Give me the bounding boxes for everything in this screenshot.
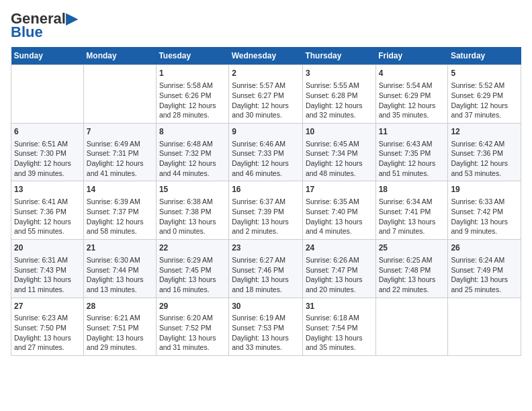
- day-number: 18: [379, 184, 445, 195]
- day-info: Sunrise: 5:57 AM Sunset: 6:27 PM Dayligh…: [232, 81, 300, 120]
- calendar-cell: 17Sunrise: 6:35 AM Sunset: 7:40 PM Dayli…: [302, 181, 375, 240]
- week-row-5: 27Sunrise: 6:23 AM Sunset: 7:50 PM Dayli…: [11, 298, 521, 356]
- calendar-cell: 15Sunrise: 6:38 AM Sunset: 7:38 PM Dayli…: [156, 181, 228, 240]
- calendar-cell: 8Sunrise: 6:48 AM Sunset: 7:32 PM Daylig…: [156, 123, 228, 181]
- calendar-cell: 18Sunrise: 6:34 AM Sunset: 7:41 PM Dayli…: [375, 181, 448, 240]
- calendar-table: SundayMondayTuesdayWednesdayThursdayFrid…: [11, 47, 521, 356]
- day-info: Sunrise: 6:21 AM Sunset: 7:51 PM Dayligh…: [87, 313, 153, 353]
- day-info: Sunrise: 6:38 AM Sunset: 7:38 PM Dayligh…: [159, 197, 226, 236]
- day-number: 13: [14, 184, 81, 195]
- day-info: Sunrise: 6:35 AM Sunset: 7:40 PM Dayligh…: [306, 197, 373, 236]
- calendar-cell: [375, 298, 448, 356]
- week-row-1: 1Sunrise: 5:58 AM Sunset: 6:26 PM Daylig…: [11, 65, 521, 124]
- calendar-cell: 31Sunrise: 6:18 AM Sunset: 7:54 PM Dayli…: [302, 298, 375, 356]
- day-number: 19: [451, 184, 518, 195]
- day-info: Sunrise: 6:45 AM Sunset: 7:34 PM Dayligh…: [306, 139, 373, 179]
- calendar-cell: 30Sunrise: 6:19 AM Sunset: 7:53 PM Dayli…: [229, 298, 303, 356]
- calendar-cell: 16Sunrise: 6:37 AM Sunset: 7:39 PM Dayli…: [229, 181, 303, 240]
- calendar-cell: [448, 298, 521, 356]
- day-info: Sunrise: 6:20 AM Sunset: 7:52 PM Dayligh…: [159, 313, 226, 353]
- calendar-cell: 22Sunrise: 6:29 AM Sunset: 7:45 PM Dayli…: [156, 240, 228, 298]
- day-info: Sunrise: 5:52 AM Sunset: 6:29 PM Dayligh…: [451, 81, 518, 120]
- day-number: 17: [306, 184, 373, 195]
- day-number: 20: [14, 242, 81, 254]
- calendar-cell: 13Sunrise: 6:41 AM Sunset: 7:36 PM Dayli…: [11, 181, 84, 240]
- column-header-sunday: Sunday: [11, 47, 84, 65]
- day-number: 22: [159, 242, 226, 254]
- column-header-saturday: Saturday: [448, 47, 521, 65]
- day-number: 14: [87, 184, 153, 195]
- calendar-cell: 9Sunrise: 6:46 AM Sunset: 7:33 PM Daylig…: [229, 123, 303, 181]
- day-number: 15: [159, 184, 226, 195]
- day-number: 25: [379, 242, 445, 254]
- calendar-header-row: SundayMondayTuesdayWednesdayThursdayFrid…: [11, 47, 521, 65]
- page-header: General▶ Blue: [11, 11, 521, 40]
- calendar-cell: 24Sunrise: 6:26 AM Sunset: 7:47 PM Dayli…: [302, 240, 375, 298]
- column-header-friday: Friday: [375, 47, 448, 65]
- day-number: 9: [232, 126, 300, 138]
- day-info: Sunrise: 5:55 AM Sunset: 6:28 PM Dayligh…: [306, 81, 373, 120]
- day-info: Sunrise: 6:42 AM Sunset: 7:36 PM Dayligh…: [451, 139, 518, 179]
- day-number: 27: [14, 301, 81, 312]
- day-info: Sunrise: 6:33 AM Sunset: 7:42 PM Dayligh…: [451, 197, 518, 236]
- calendar-cell: 20Sunrise: 6:31 AM Sunset: 7:43 PM Dayli…: [11, 240, 84, 298]
- week-row-2: 6Sunrise: 6:51 AM Sunset: 7:30 PM Daylig…: [11, 123, 521, 181]
- day-info: Sunrise: 6:39 AM Sunset: 7:37 PM Dayligh…: [87, 197, 153, 236]
- day-number: 6: [14, 126, 81, 138]
- day-info: Sunrise: 6:30 AM Sunset: 7:44 PM Dayligh…: [87, 255, 153, 295]
- column-header-wednesday: Wednesday: [229, 47, 303, 65]
- calendar-cell: 21Sunrise: 6:30 AM Sunset: 7:44 PM Dayli…: [83, 240, 156, 298]
- calendar-cell: 3Sunrise: 5:55 AM Sunset: 6:28 PM Daylig…: [302, 65, 375, 124]
- day-info: Sunrise: 6:37 AM Sunset: 7:39 PM Dayligh…: [232, 197, 300, 236]
- day-number: 16: [232, 184, 300, 195]
- day-number: 4: [379, 68, 445, 79]
- day-number: 5: [451, 68, 518, 79]
- day-info: Sunrise: 6:34 AM Sunset: 7:41 PM Dayligh…: [379, 197, 445, 236]
- calendar-cell: 12Sunrise: 6:42 AM Sunset: 7:36 PM Dayli…: [448, 123, 521, 181]
- column-header-tuesday: Tuesday: [156, 47, 228, 65]
- logo: General▶ Blue: [11, 11, 77, 40]
- day-number: 8: [159, 126, 226, 138]
- day-info: Sunrise: 6:31 AM Sunset: 7:43 PM Dayligh…: [14, 255, 81, 295]
- calendar-cell: 11Sunrise: 6:43 AM Sunset: 7:35 PM Dayli…: [375, 123, 448, 181]
- day-info: Sunrise: 6:48 AM Sunset: 7:32 PM Dayligh…: [159, 139, 226, 179]
- calendar-cell: 29Sunrise: 6:20 AM Sunset: 7:52 PM Dayli…: [156, 298, 228, 356]
- calendar-cell: 26Sunrise: 6:24 AM Sunset: 7:49 PM Dayli…: [448, 240, 521, 298]
- calendar-body: 1Sunrise: 5:58 AM Sunset: 6:26 PM Daylig…: [11, 65, 521, 356]
- day-number: 21: [87, 242, 153, 254]
- day-number: 11: [379, 126, 445, 138]
- day-number: 23: [232, 242, 300, 254]
- week-row-4: 20Sunrise: 6:31 AM Sunset: 7:43 PM Dayli…: [11, 240, 521, 298]
- day-number: 24: [306, 242, 373, 254]
- calendar-cell: 10Sunrise: 6:45 AM Sunset: 7:34 PM Dayli…: [302, 123, 375, 181]
- day-number: 31: [306, 301, 373, 312]
- day-info: Sunrise: 6:25 AM Sunset: 7:48 PM Dayligh…: [379, 255, 445, 295]
- day-info: Sunrise: 5:54 AM Sunset: 6:29 PM Dayligh…: [379, 81, 445, 120]
- day-info: Sunrise: 6:41 AM Sunset: 7:36 PM Dayligh…: [14, 197, 81, 236]
- calendar-cell: 6Sunrise: 6:51 AM Sunset: 7:30 PM Daylig…: [11, 123, 84, 181]
- calendar-cell: 27Sunrise: 6:23 AM Sunset: 7:50 PM Dayli…: [11, 298, 84, 356]
- day-info: Sunrise: 6:43 AM Sunset: 7:35 PM Dayligh…: [379, 139, 445, 179]
- day-info: Sunrise: 6:46 AM Sunset: 7:33 PM Dayligh…: [232, 139, 300, 179]
- day-info: Sunrise: 6:49 AM Sunset: 7:31 PM Dayligh…: [87, 139, 153, 179]
- calendar-cell: [11, 65, 84, 124]
- week-row-3: 13Sunrise: 6:41 AM Sunset: 7:36 PM Dayli…: [11, 181, 521, 240]
- day-number: 12: [451, 126, 518, 138]
- day-info: Sunrise: 6:27 AM Sunset: 7:46 PM Dayligh…: [232, 255, 300, 295]
- day-info: Sunrise: 6:29 AM Sunset: 7:45 PM Dayligh…: [159, 255, 226, 295]
- day-number: 29: [159, 301, 226, 312]
- day-number: 26: [451, 242, 518, 254]
- calendar-cell: 1Sunrise: 5:58 AM Sunset: 6:26 PM Daylig…: [156, 65, 228, 124]
- day-number: 30: [232, 301, 300, 312]
- calendar-cell: 25Sunrise: 6:25 AM Sunset: 7:48 PM Dayli…: [375, 240, 448, 298]
- calendar-cell: 23Sunrise: 6:27 AM Sunset: 7:46 PM Dayli…: [229, 240, 303, 298]
- calendar-cell: 4Sunrise: 5:54 AM Sunset: 6:29 PM Daylig…: [375, 65, 448, 124]
- day-number: 2: [232, 68, 300, 79]
- logo-blue: Blue: [11, 24, 77, 40]
- day-info: Sunrise: 6:19 AM Sunset: 7:53 PM Dayligh…: [232, 313, 300, 353]
- calendar-cell: 19Sunrise: 6:33 AM Sunset: 7:42 PM Dayli…: [448, 181, 521, 240]
- day-number: 3: [306, 68, 373, 79]
- day-info: Sunrise: 6:26 AM Sunset: 7:47 PM Dayligh…: [306, 255, 373, 295]
- calendar-cell: 28Sunrise: 6:21 AM Sunset: 7:51 PM Dayli…: [83, 298, 156, 356]
- day-info: Sunrise: 5:58 AM Sunset: 6:26 PM Dayligh…: [159, 81, 226, 120]
